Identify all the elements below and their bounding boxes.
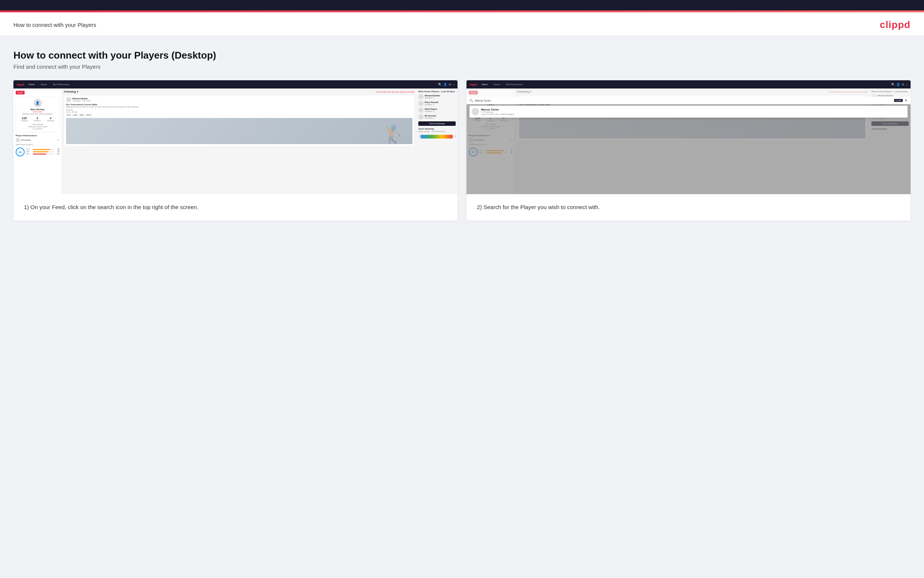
mock-profile-card: 👤 Blair McHarg Golf Coach Mill Ride Golf… [16,97,59,132]
mock-bar-ott: OTT 79 [26,149,59,151]
mock-nav-home[interactable]: Home [27,83,36,86]
card-1-text: 1) On your Feed, click on the search ico… [24,203,447,212]
page-title: How to connect with your Players [13,22,96,28]
avatar-icon-2[interactable]: ○ [906,83,908,86]
mock-bars: OTT 79 APP 70 [26,149,59,155]
mock-p1-info: Richard Butler Activities: 7 [425,94,440,99]
mock-following-label[interactable]: Following ▾ [64,90,78,93]
mock-activity-person: Richard Butler Yesterday · The Grove [73,97,91,102]
mock-player-item-1: Richard Butler Activities: 7 [418,94,456,99]
mock-activity-desc: Walking the course with my coach to buil… [66,106,413,108]
mock-content-1: Feed 👤 Blair McHarg Golf Coach Mill Ride… [13,88,458,194]
mock-p1-avatar [418,94,424,99]
mock-heatmap-label: Team Heatmap [418,128,456,130]
mock-team-dash-button[interactable]: Team Dashboard [418,121,456,126]
mock-activity-avatar [66,97,71,102]
mock-result-club: Cypress Point Club, United Kingdom [481,113,514,115]
mock-navbar-2: clippd Home Teams My Performance 🔍 👤 ⚙ ○ [466,80,911,88]
mock-nav-performance[interactable]: My Performance [52,83,71,86]
mock-bar-app: APP 70 [26,151,59,153]
mock-player-item-4: Eli Vincent Activities: 1 [418,114,456,120]
mock-clear-button[interactable]: CLEAR [894,99,903,102]
main-content: How to connect with your Players (Deskto… [0,36,924,577]
section-title: How to connect with your Players (Deskto… [13,50,911,61]
mock-content-2: Feed 👤 Blair McHarg Golf Coach Mill Ride… [466,88,911,194]
mock-player-item-3: Hiral Pujara Activities: 3 [418,107,456,113]
cards-row: clippd Home Teams My Performance 🔍 👤 ⚙ ○ [13,80,911,221]
mock-activity-duration: Duration02 hr : 00 min [66,109,413,113]
mock-stat-following: 4 Following [47,117,54,122]
mock-p3-avatar [418,107,424,113]
mock-search-bar: 🔍 Marcus Turner CLEAR ✕ [466,97,911,104]
card-1-description: 1) On your Feed, click on the search ico… [13,194,458,221]
mock-search-result[interactable]: Marcus Turner 1·5 Handicap Cypress Point… [469,106,908,118]
mock-nav-teams[interactable]: Teams [39,83,49,86]
mock-heatmap-row: -5 +5 [418,134,456,138]
mock-close-button[interactable]: ✕ [905,99,908,102]
mock-nav-home-2[interactable]: Home [480,83,489,86]
mock-stat-activities: 129 Activities [21,117,28,122]
mock-user-avatar: 👤 [34,99,42,107]
mock-search-text: Marcus Turner [475,99,491,102]
mock-player-name: Eli Vincent [21,139,31,141]
mock-player-item-2: Piers Parnell Activities: 4 [418,101,456,106]
search-icon[interactable]: 🔍 [438,83,442,86]
mock-nav-performance-2[interactable]: My Performance [505,83,524,86]
mock-nav-icons-2: 🔍 👤 ⚙ ○ [891,83,908,86]
mock-control-link[interactable]: Control who can see your activity and da… [376,91,414,93]
mock-app-1: clippd Home Teams My Performance 🔍 👤 ⚙ ○ [13,80,458,194]
card-2-description: 2) Search for the Player you wish to con… [466,194,911,221]
settings-icon[interactable]: ⚙ [448,83,451,86]
mock-result-avatar [472,108,479,115]
section-header: How to connect with your Players (Deskto… [13,50,911,70]
mock-quality-label: Total Player Quality ⓘ [16,143,59,146]
page-header: How to connect with your Players clippd [0,12,924,36]
mock-activity-tags: OTT APP ARG PUTT [66,114,413,117]
mock-dropdown-icon[interactable]: ▼ [57,139,59,141]
mock-user-club: Mill Ride Golf Club, United Kingdom [18,113,57,115]
mock-p2-avatar [418,101,424,106]
mock-navbar-1: clippd Home Teams My Performance 🔍 👤 ⚙ ○ [13,80,458,88]
mock-logo-2: clippd [469,83,477,86]
mock-player-avatar [16,138,20,142]
mock-activity-header: Richard Butler Yesterday · The Grove [66,97,413,102]
mock-p4-info: Eli Vincent Activities: 1 [425,115,436,119]
mock-heatmap-sub: Player Quality · 20 Round Trend [418,130,456,133]
mock-p3-info: Hiral Pujara Activities: 3 [425,108,437,112]
mock-left-panel: Feed 👤 Blair McHarg Golf Coach Mill Ride… [13,88,62,194]
avatar-icon[interactable]: ○ [453,83,455,86]
settings-icon-2[interactable]: ⚙ [901,83,904,86]
mock-user-stats: 129 Activities 3 Followers 4 [18,117,57,122]
mock-activity-card: Richard Butler Yesterday · The Grove Pre… [64,95,414,146]
mock-app-2: clippd Home Teams My Performance 🔍 👤 ⚙ ○ [466,80,911,194]
mock-p2-info: Piers Parnell Activities: 4 [425,101,438,106]
mock-feed-tab[interactable]: Feed [16,91,24,94]
mock-heatmap-bar [421,135,453,138]
mock-result-info: Marcus Turner 1·5 Handicap Cypress Point… [481,108,514,115]
person-icon-2[interactable]: 👤 [896,83,900,86]
mock-latest-activity: Latest ActivityAfternoon round of golf27… [18,123,57,130]
mock-search-input-area[interactable]: Marcus Turner [475,99,892,102]
section-subtitle: Find and connect with your Players [13,63,911,70]
mock-result-name: Marcus Turner [481,108,514,111]
mock-nav-icons: 🔍 👤 ⚙ ○ [438,83,455,86]
mock-following-row: Following ▾ Control who can see your act… [64,90,414,93]
top-bar [0,0,924,10]
mock-most-active-label: Most Active Players - Last 30 days [418,90,456,93]
mock-search-magnifier: 🔍 [469,99,473,102]
mock-activity-image: 🏌️ [66,118,413,144]
card-2: clippd Home Teams My Performance 🔍 👤 ⚙ ○ [466,80,911,221]
mock-score-circle: 84 [16,148,24,156]
golfer-silhouette: 🏌️ [382,124,405,144]
mock-right-panel: Most Active Players - Last 30 days Richa… [416,88,458,194]
mock-player-perf-label: Player Performance [16,135,59,136]
card-1-screenshot: clippd Home Teams My Performance 🔍 👤 ⚙ ○ [13,80,458,194]
search-icon-2[interactable]: 🔍 [891,83,895,86]
mock-stat-followers: 3 Followers [34,117,40,122]
mock-p4-avatar [418,114,424,120]
card-1: clippd Home Teams My Performance 🔍 👤 ⚙ ○ [13,80,458,221]
person-icon[interactable]: 👤 [443,83,447,86]
mock-score-row: 84 OTT 79 APP [16,146,59,156]
card-2-text: 2) Search for the Player you wish to con… [477,203,900,212]
mock-nav-teams-2[interactable]: Teams [492,83,502,86]
